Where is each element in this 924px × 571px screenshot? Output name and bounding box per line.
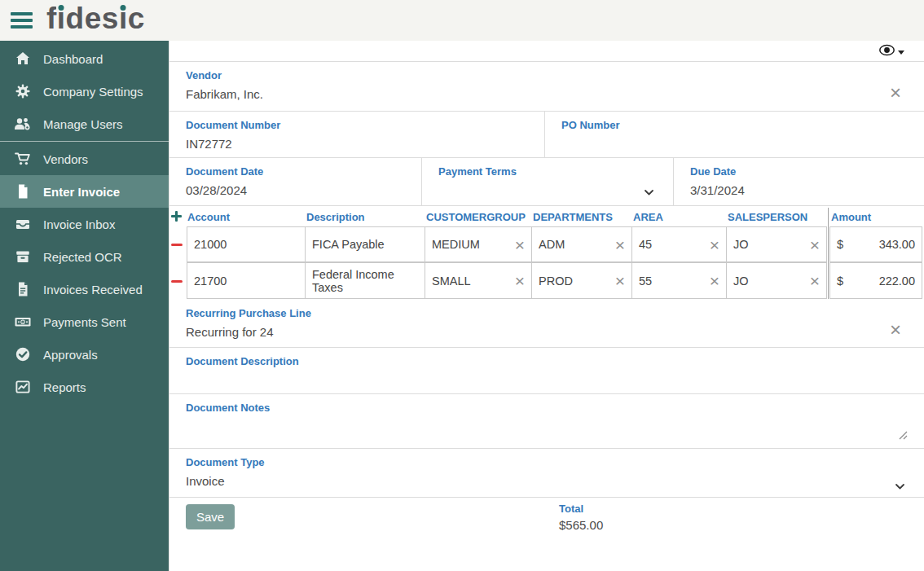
add-line-icon[interactable] (171, 210, 182, 225)
caret-down-icon (898, 51, 904, 55)
total-block: Total $565.00 (559, 503, 603, 533)
invoice-icon (12, 183, 33, 200)
document-type-select[interactable]: Invoice (169, 468, 924, 488)
column-header-description: Description (306, 211, 425, 223)
salesperson-cell[interactable]: JO× (726, 262, 827, 299)
clear-vendor-icon[interactable]: × (890, 83, 901, 103)
document-type-field: Document Type Invoice (169, 449, 924, 498)
cart-icon (12, 151, 33, 167)
amount-cell[interactable]: $222.00 (829, 262, 922, 299)
due-date-label: Due Date (674, 158, 924, 178)
sidebar-item-company-settings[interactable]: Company Settings (0, 75, 169, 108)
currency-symbol: $ (837, 275, 843, 288)
description-cell[interactable]: FICA Payable (305, 226, 425, 262)
payment-terms-label: Payment Terms (422, 158, 673, 178)
sidebar-item-approvals[interactable]: Approvals (0, 338, 169, 371)
sidebar-item-vendors[interactable]: Vendors (0, 143, 169, 175)
line-items-header: Account Description CUSTOMERGROUP DEPART… (169, 208, 924, 226)
sidebar-item-payments-sent[interactable]: Payments Sent (0, 305, 169, 338)
sidebar-item-label: Invoice Inbox (43, 217, 115, 231)
recurring-purchase-line-field: Recurring Purchase Line Recurring for 24… (169, 300, 924, 348)
account-cell[interactable]: 21700 (187, 262, 306, 299)
departments-cell[interactable]: PROD× (531, 262, 632, 299)
sidebar-divider (0, 141, 169, 142)
sidebar-item-enter-invoice[interactable]: Enter Invoice (0, 175, 169, 208)
vendor-field: Vendor Fabrikam, Inc. × (169, 62, 924, 112)
clear-recurring-icon[interactable]: × (890, 320, 901, 340)
visibility-toggle[interactable] (878, 44, 904, 59)
document-notes-textarea[interactable] (169, 414, 924, 432)
po-number-label: PO Number (545, 112, 924, 131)
clear-departments-icon[interactable]: × (615, 236, 625, 253)
document-notes-label: Document Notes (169, 394, 924, 414)
salesperson-value: JO (733, 275, 749, 288)
sidebar-item-invoice-inbox[interactable]: Invoice Inbox (0, 208, 169, 240)
area-value: 45 (639, 238, 652, 251)
sidebar-item-label: Payments Sent (43, 315, 126, 329)
users-icon (12, 116, 33, 132)
sidebar-item-manage-users[interactable]: Manage Users (0, 108, 169, 140)
resize-grip-icon[interactable] (899, 428, 908, 443)
vendor-input[interactable]: Fabrikam, Inc. (169, 81, 924, 101)
sidebar-item-label: Dashboard (43, 52, 103, 66)
remove-line-icon[interactable] (171, 280, 183, 283)
customergroup-cell[interactable]: MEDIUM× (425, 226, 532, 262)
document-description-label: Document Description (169, 348, 924, 367)
account-cell[interactable]: 21000 (187, 226, 306, 262)
gear-icon (12, 83, 33, 99)
document-number-field: Document Number IN72772 (169, 112, 544, 157)
due-date-input[interactable]: 3/31/2024 (674, 178, 924, 197)
column-header-departments: DEPARTMENTS (532, 211, 632, 223)
sidebar-item-label: Enter Invoice (43, 185, 120, 199)
clear-area-icon[interactable]: × (710, 236, 719, 253)
description-cell[interactable]: Federal Income Taxes (305, 262, 425, 299)
document-number-label: Document Number (169, 112, 544, 131)
save-row: Save Total $565.00 (169, 498, 924, 571)
save-button[interactable]: Save (186, 504, 235, 529)
amount-value: 343.00 (879, 238, 915, 251)
area-cell[interactable]: 55× (631, 262, 727, 299)
sidebar-item-rejected-ocr[interactable]: Rejected OCR (0, 240, 169, 273)
sidebar-item-reports[interactable]: Reports (0, 371, 169, 403)
sidebar-item-label: Vendors (43, 152, 88, 166)
invoice-form: Vendor Fabrikam, Inc. × Document Number … (169, 41, 924, 571)
document-type-label: Document Type (169, 449, 924, 468)
document-number-input[interactable]: IN72772 (169, 131, 544, 151)
clear-customergroup-icon[interactable]: × (515, 272, 525, 289)
recurring-purchase-line-label: Recurring Purchase Line (169, 300, 924, 319)
chart-icon (12, 379, 33, 395)
clear-salesperson-icon[interactable]: × (810, 272, 820, 289)
amount-cell[interactable]: $343.00 (829, 226, 922, 262)
line-item-row: 21700 Federal Income Taxes SMALL× PROD× … (169, 263, 924, 300)
hamburger-menu-icon[interactable] (11, 9, 33, 32)
clear-area-icon[interactable]: × (710, 272, 719, 289)
area-cell[interactable]: 45× (631, 226, 727, 262)
document-description-input[interactable] (169, 367, 924, 385)
po-number-input[interactable] (545, 131, 924, 149)
salesperson-cell[interactable]: JO× (726, 226, 827, 262)
sidebar-item-label: Approvals (43, 348, 98, 362)
customergroup-cell[interactable]: SMALL× (425, 262, 532, 299)
clear-customergroup-icon[interactable]: × (515, 236, 525, 253)
document-description-field: Document Description (169, 348, 924, 394)
column-header-customergroup: CUSTOMERGROUP (425, 211, 532, 223)
app-header: fidesic (0, 0, 924, 41)
remove-line-icon[interactable] (171, 244, 183, 246)
logo-letter: i (57, 2, 66, 36)
sidebar-item-dashboard[interactable]: Dashboard (0, 42, 169, 75)
sidebar-item-invoices-received[interactable]: Invoices Received (0, 273, 169, 305)
customergroup-value: SMALL (432, 275, 471, 288)
payment-terms-select[interactable] (422, 178, 673, 195)
due-date-field: Due Date 3/31/2024 (673, 158, 924, 205)
eye-icon (878, 44, 895, 59)
clear-departments-icon[interactable]: × (615, 272, 625, 289)
chevron-down-icon[interactable] (895, 479, 905, 494)
clear-salesperson-icon[interactable]: × (810, 236, 820, 253)
chevron-down-icon[interactable] (644, 185, 654, 200)
document-date-input[interactable]: 03/28/2024 (169, 178, 421, 197)
departments-value: PROD (539, 275, 573, 288)
column-header-area: AREA (632, 211, 727, 223)
fidesic-logo: fidesic (46, 2, 145, 36)
recurring-purchase-line-input[interactable]: Recurring for 24 (169, 319, 924, 339)
departments-cell[interactable]: ADM× (531, 226, 632, 262)
